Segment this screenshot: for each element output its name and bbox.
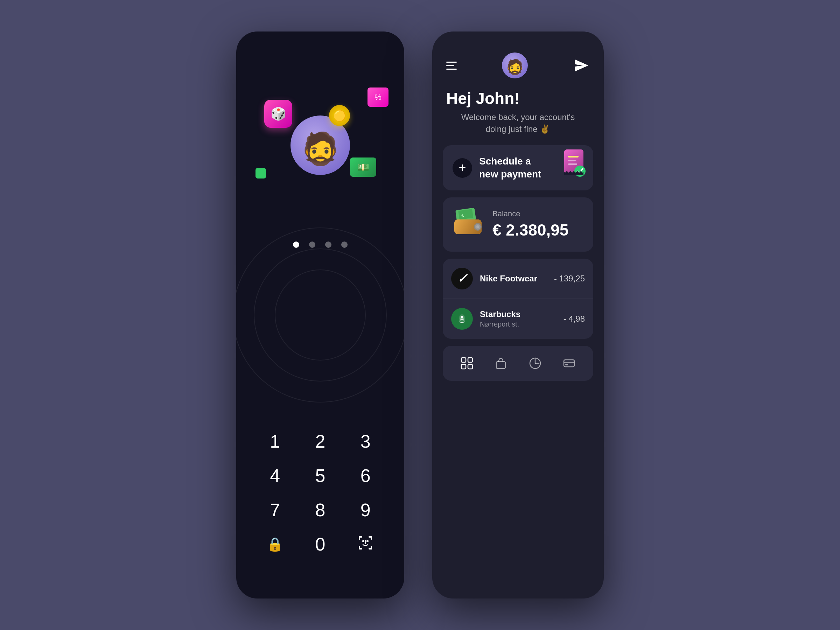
right-phone: 🧔 Hej John! Welcome back, your account's… — [432, 32, 604, 598]
balance-label: Balance — [493, 209, 568, 218]
starbucks-transaction-info: Starbucks Nørreport st. — [480, 309, 556, 328]
pink-cube-icon: 🎲 — [264, 100, 292, 128]
faceid-icon — [358, 535, 373, 553]
nav-cards[interactable] — [557, 353, 581, 374]
key-2[interactable]: 2 — [306, 429, 334, 453]
nav-chart[interactable] — [523, 353, 547, 374]
starbucks-location: Nørreport st. — [480, 320, 556, 328]
hamburger-line-1 — [446, 62, 457, 63]
nike-amount: - 139,25 — [554, 274, 585, 284]
svg-rect-37 — [565, 364, 568, 365]
ring-3 — [236, 227, 404, 403]
svg-rect-30 — [468, 364, 472, 369]
greeting-section: Hej John! Welcome back, your account'sdo… — [432, 85, 604, 145]
svg-rect-28 — [468, 358, 472, 362]
greeting-title: Hej John! — [446, 89, 590, 108]
key-8[interactable]: 8 — [306, 498, 334, 522]
key-6[interactable]: 6 — [351, 463, 380, 488]
nike-brand-icon: ✓ — [451, 268, 473, 289]
key-3[interactable]: 3 — [351, 429, 380, 453]
lock-icon: 🔒 — [267, 537, 283, 552]
plus-button[interactable]: + — [453, 158, 472, 178]
nav-home[interactable] — [455, 353, 479, 374]
svg-rect-7 — [371, 546, 372, 549]
hamburger-line-3 — [446, 69, 457, 69]
transaction-nike[interactable]: ✓ Nike Footwear - 139,25 — [443, 259, 593, 299]
starbucks-amount: - 4,98 — [564, 314, 585, 324]
transaction-starbucks[interactable]: Starbucks Nørreport st. - 4,98 — [443, 299, 593, 339]
svg-point-26 — [461, 316, 463, 319]
money-bills-icon: 💵 — [350, 158, 376, 177]
receipt-icon — [562, 150, 587, 183]
nike-transaction-info: Nike Footwear — [480, 274, 547, 284]
key-lock[interactable]: 🔒 — [261, 532, 289, 556]
pin-dot-3 — [325, 242, 332, 248]
svg-rect-27 — [461, 358, 466, 362]
pin-dot-2 — [309, 242, 315, 248]
nike-name: Nike Footwear — [480, 274, 547, 284]
plus-icon: + — [458, 160, 466, 175]
svg-rect-15 — [568, 163, 577, 165]
key-5[interactable]: 5 — [306, 463, 334, 488]
gold-coin-icon: 🟡 — [329, 105, 350, 126]
balance-card: $ Balance € 2.380,95 — [443, 197, 593, 252]
svg-rect-14 — [568, 160, 576, 161]
greeting-subtitle: Welcome back, your account'sdoing just f… — [446, 111, 590, 135]
key-9[interactable]: 9 — [351, 498, 380, 522]
key-1[interactable]: 1 — [261, 429, 289, 453]
wallet-icon: $ — [453, 207, 484, 242]
balance-amount: € 2.380,95 — [493, 221, 568, 239]
starbucks-name: Starbucks — [480, 309, 556, 319]
avatar-face: 🧔 — [301, 133, 340, 164]
svg-rect-13 — [568, 156, 579, 158]
svg-rect-31 — [496, 362, 505, 369]
avatar-face-dashboard: 🧔 — [506, 58, 524, 76]
pin-dot-4 — [341, 242, 347, 248]
green-gem-icon — [256, 168, 266, 178]
svg-point-9 — [366, 540, 369, 542]
transactions-list: ✓ Nike Footwear - 139,25 Starbucks Nørre — [443, 259, 593, 339]
svg-point-24 — [476, 226, 479, 228]
svg-rect-6 — [359, 546, 360, 549]
balance-info: Balance € 2.380,95 — [493, 209, 568, 239]
key-faceid[interactable] — [351, 532, 380, 556]
nav-shop[interactable] — [489, 353, 513, 374]
dashboard-header: 🧔 — [432, 32, 604, 85]
numpad: 1 2 3 4 5 6 7 8 9 🔒 0 — [261, 429, 380, 556]
svg-rect-4 — [359, 536, 360, 540]
svg-point-16 — [574, 166, 586, 177]
bottom-navigation — [443, 346, 593, 381]
svg-point-8 — [362, 540, 364, 542]
menu-button[interactable] — [446, 62, 457, 69]
left-phone: 🎲 🟡 % 💵 🧔 1 2 3 4 5 6 7 8 9 🔒 0 — [236, 32, 404, 598]
hamburger-line-2 — [446, 65, 454, 66]
send-button[interactable] — [573, 57, 590, 74]
header-avatar[interactable]: 🧔 — [502, 52, 528, 78]
svg-rect-35 — [564, 360, 574, 367]
key-0[interactable]: 0 — [306, 532, 334, 556]
schedule-payment-card[interactable]: + Schedule anew payment — [443, 145, 593, 190]
pin-input-dots — [293, 242, 347, 248]
key-4[interactable]: 4 — [261, 463, 289, 488]
key-7[interactable]: 7 — [261, 498, 289, 522]
nike-swoosh-icon: ✓ — [456, 271, 467, 286]
pin-dot-1 — [293, 242, 299, 248]
starbucks-brand-icon — [451, 308, 473, 330]
svg-rect-29 — [461, 364, 466, 369]
pink-tag-icon: % — [368, 87, 388, 107]
svg-rect-5 — [371, 536, 372, 540]
